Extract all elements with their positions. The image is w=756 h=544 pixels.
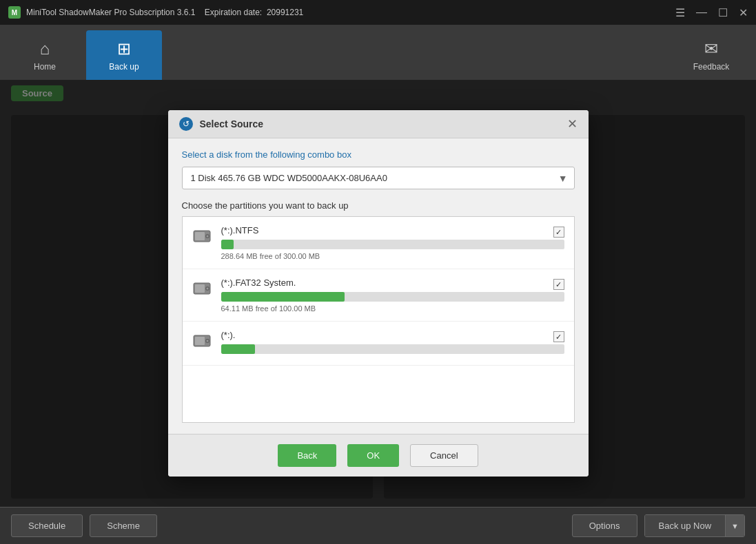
- nav-home-label: Home: [34, 62, 56, 72]
- select-source-dialog: ↺ Select Source ✕ Select a disk from the…: [168, 110, 589, 477]
- footer-right: Options Back up Now ▼: [572, 514, 745, 537]
- partitions-label: Choose the partitions you want to back u…: [182, 200, 575, 211]
- maximize-button[interactable]: ☐: [718, 6, 728, 19]
- partition-name-ntfs: (*:).NTFS: [221, 225, 564, 236]
- svg-rect-5: [195, 284, 205, 293]
- scheme-button[interactable]: Scheme: [90, 514, 157, 537]
- disk-icon-fat32: [191, 278, 213, 300]
- footer-toolbar: Schedule Scheme Options Back up Now ▼: [0, 507, 756, 544]
- dialog-footer: Back OK Cancel: [168, 434, 589, 477]
- dialog-ok-button[interactable]: OK: [347, 444, 399, 467]
- partition-name-fat32: (*:).FAT32 System.: [221, 278, 564, 288]
- navbar: ⌂ Home ⊞ Back up ✉ Feedback: [0, 25, 756, 80]
- dialog-cancel-button[interactable]: Cancel: [410, 444, 478, 467]
- svg-point-11: [206, 340, 208, 342]
- dialog-icon: ↺: [179, 117, 193, 131]
- svg-rect-1: [195, 232, 205, 240]
- partition-info-3: (*:).: [221, 330, 564, 357]
- svg-point-7: [206, 288, 208, 290]
- partition-checkbox-fat32[interactable]: [553, 279, 564, 290]
- nav-item-backup[interactable]: ⊞ Back up: [86, 30, 162, 80]
- close-button[interactable]: ✕: [739, 6, 748, 19]
- disk-icon-3: [191, 330, 213, 352]
- progress-fill-ntfs: [221, 240, 234, 249]
- app-logo: M: [8, 6, 21, 19]
- partition-item-ntfs: (*:).NTFS 288.64 MB free of 300.00 MB: [183, 217, 574, 269]
- titlebar-left: M MiniTool ShadowMaker Pro Subscription …: [8, 6, 303, 19]
- progress-fill-3: [221, 344, 256, 354]
- dialog-title: Select Source: [200, 118, 560, 129]
- app-title: MiniTool ShadowMaker Pro Subscription 3.…: [26, 8, 303, 17]
- partition-item-fat32: (*:).FAT32 System. 64.11 MB free of 100.…: [183, 269, 574, 322]
- partition-size-ntfs: 288.64 MB free of 300.00 MB: [221, 252, 564, 260]
- backup-now-wrap: Back up Now ▼: [644, 514, 745, 537]
- backup-icon: ⊞: [117, 39, 131, 59]
- partition-item-3: (*:).: [183, 322, 574, 366]
- home-icon: ⌂: [40, 39, 50, 59]
- partition-name-3: (*:).: [221, 330, 564, 340]
- dialog-body: Select a disk from the following combo b…: [168, 138, 589, 434]
- partition-checkbox-ntfs[interactable]: [553, 227, 564, 238]
- disk-icon-ntfs: [191, 225, 213, 247]
- progress-bg-ntfs: [221, 240, 564, 249]
- disk-dropdown-wrap: 1 Disk 465.76 GB WDC WD5000AAKX-08U6AA0 …: [182, 167, 575, 189]
- progress-fill-fat32: [221, 292, 345, 302]
- schedule-button[interactable]: Schedule: [11, 514, 83, 537]
- nav-item-home[interactable]: ⌂ Home: [7, 30, 83, 80]
- minimize-button[interactable]: —: [696, 6, 707, 19]
- partition-info-fat32: (*:).FAT32 System. 64.11 MB free of 100.…: [221, 278, 564, 313]
- titlebar: M MiniTool ShadowMaker Pro Subscription …: [0, 0, 756, 25]
- svg-point-3: [206, 236, 208, 238]
- svg-rect-9: [195, 337, 205, 345]
- main-content: Source ↺ Select Source ✕ Select a disk f…: [0, 80, 756, 507]
- dialog-back-button[interactable]: Back: [278, 444, 336, 467]
- disk-dropdown[interactable]: 1 Disk 465.76 GB WDC WD5000AAKX-08U6AA0: [182, 167, 575, 189]
- partition-size-fat32: 64.11 MB free of 100.00 MB: [221, 304, 564, 313]
- partitions-container[interactable]: (*:).NTFS 288.64 MB free of 300.00 MB: [182, 216, 575, 423]
- partition-info-ntfs: (*:).NTFS 288.64 MB free of 300.00 MB: [221, 225, 564, 260]
- backup-now-button[interactable]: Back up Now: [645, 515, 726, 536]
- dialog-close-button[interactable]: ✕: [567, 118, 578, 130]
- feedback-icon: ✉: [704, 39, 718, 59]
- dialog-instruction: Select a disk from the following combo b…: [182, 149, 575, 160]
- options-button[interactable]: Options: [572, 514, 637, 537]
- dialog-title-bar: ↺ Select Source ✕: [168, 110, 589, 138]
- nav-backup-label: Back up: [109, 62, 139, 72]
- progress-bg-3: [221, 344, 564, 354]
- partition-checkbox-3[interactable]: [553, 331, 564, 342]
- app-body: ⌂ Home ⊞ Back up ✉ Feedback Source ↺: [0, 25, 756, 544]
- nav-item-feedback[interactable]: ✉ Feedback: [673, 30, 749, 80]
- progress-bg-fat32: [221, 292, 564, 302]
- menu-icon[interactable]: ☰: [675, 6, 685, 19]
- nav-feedback-label: Feedback: [693, 62, 730, 72]
- backup-now-dropdown-arrow[interactable]: ▼: [725, 515, 744, 536]
- window-controls: ☰ — ☐ ✕: [675, 6, 748, 19]
